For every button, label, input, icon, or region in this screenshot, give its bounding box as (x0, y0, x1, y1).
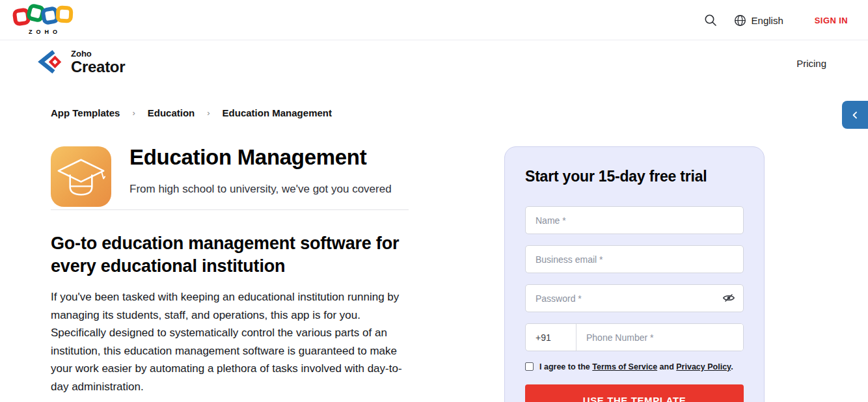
education-app-icon (51, 146, 111, 207)
and-connector: and (657, 362, 676, 371)
globe-icon (734, 14, 746, 27)
chevron-right-icon: › (207, 108, 210, 118)
sign-in-button[interactable]: SIGN IN (815, 16, 848, 25)
terms-of-service-link[interactable]: Terms of Service (592, 362, 657, 371)
eye-off-icon (722, 292, 735, 304)
section-paragraph: If you've been tasked with keeping an ed… (51, 288, 413, 395)
use-template-button[interactable]: USE THE TEMPLATE (525, 384, 744, 402)
zoho-logo[interactable]: ZOHO (12, 5, 74, 36)
phone-number-input[interactable] (576, 324, 743, 351)
password-visibility-toggle[interactable] (722, 292, 735, 305)
breadcrumb: App Templates › Education › Education Ma… (51, 107, 332, 118)
top-navigation-bar: ZOHO English SIGN IN (0, 0, 868, 40)
breadcrumb-education-management[interactable]: Education Management (223, 107, 332, 118)
terms-agreement-text: I agree to the Terms of Service and Priv… (539, 362, 733, 372)
password-input[interactable] (525, 284, 744, 312)
language-selector[interactable]: English (734, 14, 783, 27)
business-email-input[interactable] (525, 245, 744, 273)
sentence-end: . (731, 362, 733, 371)
zoho-logo-word: ZOHO (12, 29, 74, 35)
chevron-right-icon: › (132, 108, 135, 118)
page-title: Education Management (129, 145, 392, 170)
page-subtitle: From high school to university, we've go… (129, 183, 392, 196)
brand-zoho-text: Zoho (71, 49, 125, 58)
trial-form-title: Start your 15-day free trial (525, 168, 744, 185)
brand-creator-text: Creator (71, 59, 125, 75)
zoho-logo-icon (12, 5, 74, 27)
graduation-cap-icon (51, 146, 111, 207)
country-code-selector[interactable]: +91 (526, 324, 576, 351)
section-heading: Go-to education management software for … (51, 232, 418, 278)
search-icon[interactable] (704, 14, 717, 27)
breadcrumb-app-templates[interactable]: App Templates (51, 107, 120, 118)
trial-form-panel: Start your 15-day free trial +91 I agree… (504, 146, 765, 402)
phone-field: +91 (525, 323, 744, 351)
privacy-policy-link[interactable]: Privacy Policy (676, 362, 731, 371)
hero-section: Education Management From high school to… (51, 146, 392, 207)
terms-checkbox[interactable] (525, 362, 534, 371)
language-label: English (752, 15, 783, 26)
breadcrumb-education[interactable]: Education (148, 107, 195, 118)
creator-mark-icon (36, 47, 64, 77)
side-panel-toggle[interactable] (842, 101, 868, 129)
zoho-creator-logo[interactable]: Zoho Creator (36, 47, 125, 77)
divider (51, 209, 409, 210)
chevron-left-icon (850, 110, 860, 120)
agree-prefix: I agree to the (539, 362, 592, 371)
name-input[interactable] (525, 206, 744, 234)
pricing-link[interactable]: Pricing (796, 58, 826, 69)
